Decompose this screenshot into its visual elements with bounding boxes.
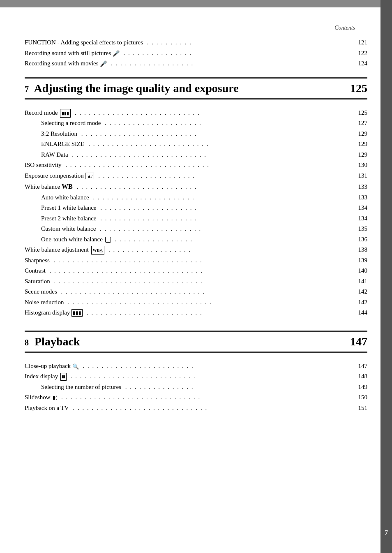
sidebar-page-number: 7 <box>380 529 392 537</box>
chapter8-heading: 8 Playback 147 <box>25 331 367 353</box>
entry-label: Slideshow ▮〈 <box>25 392 57 403</box>
list-item: Preset 2 white balance . . . . . . . . .… <box>25 213 367 224</box>
entry-label: Record mode ▮▮▮ <box>25 108 71 118</box>
list-item: Close-up playback 🔍 . . . . . . . . . . … <box>25 361 367 372</box>
entry-dots: . . . . . . . . . . . . . . . . . . . . … <box>86 139 356 150</box>
entry-label: One-touch white balance □ <box>25 234 111 245</box>
entry-dots: . . . . . . . . . . . . . . . . . . . . … <box>91 192 357 203</box>
entry-dots: . . . . . . . . . . . . . . . . . . . . … <box>74 182 357 192</box>
list-item: Selecting the number of pictures . . . .… <box>25 382 367 393</box>
wbz-icon: WB△ <box>91 246 105 255</box>
slideshow-icon: ▮〈 <box>53 393 57 402</box>
list-item: Index display ▦ . . . . . . . . . . . . … <box>25 371 367 382</box>
list-item: White balance WB . . . . . . . . . . . .… <box>25 181 367 192</box>
list-item: Custom white balance . . . . . . . . . .… <box>25 224 367 234</box>
entry-label: Preset 1 white balance <box>25 203 97 213</box>
entry-dots: . . . . . . . . . . . . . . . . . . . . … <box>81 361 357 372</box>
entry-label: Selecting a record mode <box>25 118 101 129</box>
entry-page: 139 <box>358 255 368 266</box>
chapter7-heading: 7 Adjusting the image quality and exposu… <box>25 77 367 99</box>
entry-dots: . . . . . . . . . . . . . . . . . . . . … <box>59 392 356 403</box>
entry-label: Recording sound with movies 🎤 <box>25 58 107 69</box>
entry-dots: . . . . . . . . . . . . . . . . . . . . … <box>47 266 357 276</box>
entry-dots: . . . . . . . . . . . . . . . . . . . . … <box>96 171 356 181</box>
entry-page: 130 <box>358 160 368 171</box>
mic-icon: 🎤 <box>113 50 120 56</box>
entry-label: Close-up playback 🔍 <box>25 361 79 372</box>
entry-dots: . . . . . . . . . . . . . . . . . . . . … <box>51 255 357 266</box>
list-item: Recording sound with still pictures 🎤 . … <box>25 48 367 59</box>
entry-page: 144 <box>358 308 368 318</box>
entry-label: Custom white balance <box>25 224 96 234</box>
entry-label: Sharpness <box>25 255 50 266</box>
record-mode-icon: ▮▮▮ <box>60 109 71 118</box>
entry-page: 127 <box>358 118 368 129</box>
entry-page: 149 <box>358 382 368 393</box>
onetouch-icon: □ <box>105 237 111 243</box>
entry-dots: . . . . . . . . . . . . . . . . . . . . … <box>68 371 357 382</box>
wb-icon: WB <box>62 183 73 190</box>
exposure-icon: ▲/ <box>85 173 94 179</box>
list-item: Histogram display ▮▮▮ . . . . . . . . . … <box>25 308 367 318</box>
entry-dots: . . . . . . . . . . . . . . . . . <box>113 234 357 245</box>
top-entries-section: FUNCTION - Adding special effects to pic… <box>25 37 367 69</box>
entry-page: 142 <box>358 297 368 308</box>
content-area: Contents FUNCTION - Adding special effec… <box>25 12 367 413</box>
entry-dots: . . . . . . . . . . . . . . . . . . . . … <box>59 287 357 297</box>
mic-icon: 🎤 <box>100 61 107 67</box>
entry-dots: . . . . . . . . . . <box>145 37 357 48</box>
contents-label: Contents <box>25 25 355 31</box>
entry-dots: . . . . . . . . . . . . . . . . . . . . … <box>72 108 356 118</box>
entry-dots: . . . . . . . . . . . . . . . . . . . . … <box>65 297 356 308</box>
entry-page: 124 <box>358 58 368 69</box>
list-item: Sharpness . . . . . . . . . . . . . . . … <box>25 255 367 266</box>
entry-label: Index display ▦ <box>25 371 67 382</box>
entry-dots: . . . . . . . . . . . . . . . . . . . . … <box>97 224 356 234</box>
entry-label: Selecting the number of pictures <box>25 382 121 393</box>
entry-page: 148 <box>358 371 368 382</box>
entry-label: White balance adjustment WB△ <box>25 245 104 255</box>
list-item: 3:2 Resolution . . . . . . . . . . . . .… <box>25 129 367 139</box>
entry-label: Recording sound with still pictures 🎤 <box>25 48 120 59</box>
entry-label: Playback on a TV <box>25 403 69 414</box>
entry-label: Auto white balance <box>25 192 89 203</box>
list-item: Playback on a TV . . . . . . . . . . . .… <box>25 403 367 414</box>
entry-page: 142 <box>358 287 368 297</box>
entry-page: 134 <box>358 213 368 224</box>
chapter7-section: Record mode ▮▮▮ . . . . . . . . . . . . … <box>25 108 367 318</box>
entry-label: Histogram display ▮▮▮ <box>25 308 83 318</box>
chapter8-title: 8 Playback <box>25 335 80 348</box>
entry-page: 133 <box>358 192 368 203</box>
entry-page: 140 <box>358 266 368 276</box>
entry-dots: . . . . . . . . . . . . . . . . . . . . … <box>71 403 357 414</box>
chapter8-page: 147 <box>350 335 367 348</box>
entry-page: 135 <box>358 224 368 234</box>
index-icon: ▦ <box>60 373 67 381</box>
list-item: RAW Data . . . . . . . . . . . . . . . .… <box>25 150 367 160</box>
chapter7-page: 125 <box>350 82 367 95</box>
entry-label: Noise reduction <box>25 297 64 308</box>
entry-dots: . . . . . . . . . . . . . . . . . . . . … <box>98 213 357 224</box>
list-item: Preset 1 white balance . . . . . . . . .… <box>25 203 367 213</box>
entry-dots: . . . . . . . . . . . . . . . . . . . . … <box>102 118 356 129</box>
entry-dots: . . . . . . . . . . . . . . . <box>123 382 357 393</box>
list-item: One-touch white balance □ . . . . . . . … <box>25 234 367 245</box>
right-sidebar: 7 <box>380 0 392 553</box>
entry-label: Scene modes <box>25 287 57 297</box>
chapter7-title: 7 Adjusting the image quality and exposu… <box>25 82 239 95</box>
entry-page: 129 <box>358 129 368 139</box>
entry-dots: . . . . . . . . . . . . . . . . . . . . … <box>98 203 357 213</box>
list-item: Saturation . . . . . . . . . . . . . . .… <box>25 276 367 287</box>
entry-label: Contrast <box>25 266 46 276</box>
list-item: Slideshow ▮〈 . . . . . . . . . . . . . .… <box>25 392 367 403</box>
entry-label: Preset 2 white balance <box>25 213 97 224</box>
entry-page: 134 <box>358 203 368 213</box>
entry-page: 141 <box>358 276 368 287</box>
entry-label: Saturation <box>25 276 50 287</box>
entry-label: FUNCTION - Adding special effects to pic… <box>25 37 143 48</box>
entry-label: RAW Data <box>25 150 68 160</box>
entry-dots: . . . . . . . . . . . . . . . . . . . . … <box>79 129 357 139</box>
entry-dots: . . . . . . . . . . . . . . . . . . . . … <box>84 308 356 318</box>
chapter8-section: Close-up playback 🔍 . . . . . . . . . . … <box>25 361 367 414</box>
entry-page: 122 <box>358 48 368 59</box>
